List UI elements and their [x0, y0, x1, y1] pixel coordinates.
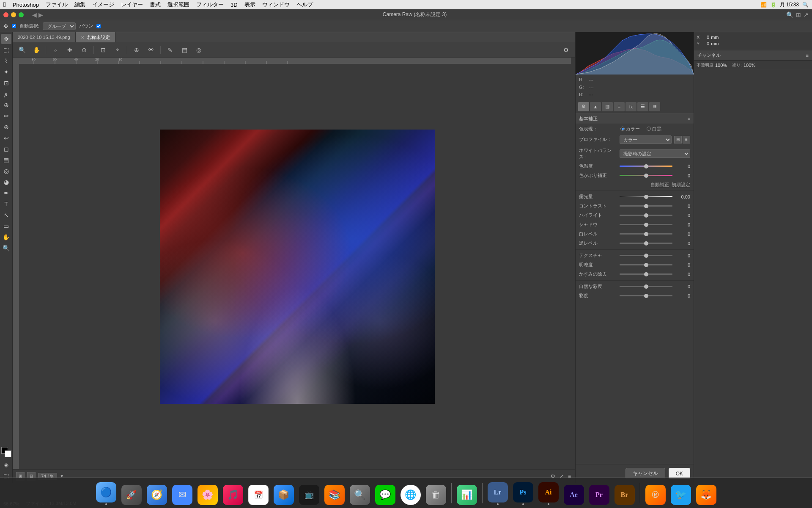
dock-numbers[interactable]: 📊	[455, 481, 479, 505]
move-tool-icon[interactable]: ✥	[3, 23, 8, 30]
highlights-slider[interactable]	[620, 212, 672, 219]
cr-tab-detail[interactable]: ☰	[637, 102, 648, 111]
bw-radio-container[interactable]: 白黒	[647, 126, 661, 132]
cr-color-sampler[interactable]: ✚	[64, 44, 76, 56]
dock-chrome[interactable]: 🌐	[399, 481, 422, 505]
wb-select[interactable]: 撮影時の設定	[620, 149, 690, 158]
dock-twitter[interactable]: 🐦	[669, 481, 693, 505]
marquee-tool[interactable]: ⬚	[1, 45, 11, 55]
tab-unnamed[interactable]: ✕ 名称未設定	[76, 32, 115, 42]
cr-adj-brush[interactable]: ✎	[164, 44, 176, 56]
menubar-image[interactable]: イメージ	[92, 1, 114, 8]
search-icon[interactable]: 🔍	[802, 2, 809, 8]
pen-tool[interactable]: ✒	[1, 188, 11, 198]
texture-thumb[interactable]	[644, 254, 648, 258]
dock-books[interactable]: 📚	[323, 481, 346, 505]
shape-tool[interactable]: ▭	[1, 221, 11, 231]
dock-aftereffects[interactable]: Ae	[562, 481, 586, 505]
apple-menu[interactable]: 	[3, 1, 6, 8]
clarity-thumb[interactable]	[644, 263, 648, 267]
cr-preview[interactable]: 80 60 40 20 10	[13, 58, 575, 469]
saturation-slider[interactable]	[620, 293, 672, 299]
dock-lightroom[interactable]: Lr	[486, 481, 510, 505]
panel-menu-icon[interactable]: ≡	[806, 53, 809, 58]
auto-select-checkbox[interactable]	[12, 24, 16, 28]
path-select-tool[interactable]: ↖	[1, 210, 11, 220]
back-btn[interactable]: ◀	[32, 11, 37, 18]
dock-magnifier[interactable]: 🔍	[348, 481, 372, 505]
type-tool[interactable]: T	[1, 199, 11, 209]
window-maximize[interactable]	[19, 12, 24, 17]
brush-tool[interactable]: ✏	[1, 111, 11, 121]
cr-spot-removal[interactable]: ⊕	[131, 44, 143, 56]
cr-tab-color-mix[interactable]: ≡	[614, 102, 625, 111]
contrast-thumb[interactable]	[644, 204, 648, 208]
auto-select-dropdown[interactable]: グループ	[43, 22, 76, 30]
lasso-tool[interactable]: ⌇	[1, 56, 11, 66]
menubar-photoshop[interactable]: Photoshop	[13, 2, 39, 8]
stamp-tool[interactable]: ⊛	[1, 122, 11, 132]
share-icon[interactable]: ↗	[804, 11, 809, 18]
profile-select[interactable]: カラー	[620, 135, 672, 144]
dodge-tool[interactable]: ◕	[1, 177, 11, 187]
forward-btn[interactable]: ▶	[38, 11, 43, 18]
whites-slider[interactable]	[620, 231, 672, 237]
dock-appstore[interactable]: 📦	[272, 481, 296, 505]
healing-tool[interactable]: ⊕	[1, 100, 11, 110]
cr-straighten-tool[interactable]: ⌖	[112, 44, 123, 56]
clarity-slider[interactable]	[620, 262, 672, 268]
color-radio-container[interactable]: カラー	[620, 126, 640, 132]
cr-open-prefs[interactable]: ⚙	[560, 44, 572, 56]
cr-tab-hsl[interactable]: ▥	[602, 102, 613, 111]
menubar-select[interactable]: 選択範囲	[167, 1, 189, 8]
dock-rewardstyle[interactable]: ®	[644, 481, 667, 505]
dock-calendar[interactable]: 📅	[247, 481, 270, 505]
dock-line[interactable]: 💬	[373, 481, 397, 505]
contrast-slider[interactable]	[620, 203, 672, 210]
temp-slider[interactable]	[620, 163, 672, 170]
dock-firefox[interactable]: 🦊	[694, 481, 718, 505]
eraser-tool[interactable]: ◻	[1, 144, 11, 154]
cr-tab-basic[interactable]: ⚙	[578, 102, 589, 111]
dock-bridge[interactable]: Br	[613, 481, 636, 505]
menubar-3d[interactable]: 3D	[230, 2, 238, 8]
cr-crop-tool[interactable]: ⊡	[97, 44, 109, 56]
cr-tab-optics[interactable]: ≋	[649, 102, 660, 111]
menubar-view[interactable]: 表示	[244, 1, 255, 8]
cr-target-adj[interactable]: ⊙	[78, 44, 90, 56]
dock-photos[interactable]: 🌸	[196, 481, 219, 505]
menubar-window[interactable]: ウィンドウ	[262, 1, 290, 8]
menubar-filter[interactable]: フィルター	[196, 1, 224, 8]
menubar-type[interactable]: 書式	[150, 1, 161, 8]
gradient-tool[interactable]: ▤	[1, 155, 11, 165]
menubar-edit[interactable]: 編集	[74, 1, 85, 8]
menubar-layer[interactable]: レイヤー	[121, 1, 143, 8]
cr-tab-curve[interactable]: fx	[625, 102, 636, 111]
shadows-slider[interactable]	[620, 221, 672, 228]
zoom-tool[interactable]: 🔍	[1, 243, 11, 253]
dehaze-slider[interactable]	[620, 271, 672, 278]
menubar-help[interactable]: ヘルプ	[296, 1, 313, 8]
saturation-thumb[interactable]	[644, 294, 648, 298]
color-radio[interactable]	[620, 127, 625, 131]
dock-music[interactable]: 🎵	[221, 481, 245, 505]
move-tool[interactable]: ✥	[1, 34, 11, 44]
cr-tab-tone[interactable]: ▲	[590, 102, 601, 111]
profile-list-icon[interactable]: ≡	[683, 136, 690, 144]
blur-tool[interactable]: ◎	[1, 166, 11, 176]
profile-grid-icon[interactable]: ⊞	[674, 136, 682, 144]
history-brush-tool[interactable]: ↩	[1, 133, 11, 143]
dock-appletv[interactable]: 📺	[297, 481, 321, 505]
blacks-slider[interactable]	[620, 240, 672, 247]
shadows-thumb[interactable]	[644, 223, 648, 227]
texture-slider[interactable]	[620, 252, 672, 259]
exposure-thumb[interactable]	[644, 195, 648, 199]
dock-trash[interactable]: 🗑	[424, 481, 448, 505]
dock-illustrator[interactable]: Ai	[537, 481, 560, 505]
cr-grad-filter[interactable]: ▤	[178, 44, 190, 56]
cr-hand-tool[interactable]: ✋	[30, 44, 42, 56]
hand-tool[interactable]: ✋	[1, 232, 11, 242]
temp-thumb[interactable]	[644, 164, 648, 168]
bw-radio[interactable]	[647, 127, 651, 131]
cr-zoom-tool[interactable]: 🔍	[16, 44, 28, 56]
